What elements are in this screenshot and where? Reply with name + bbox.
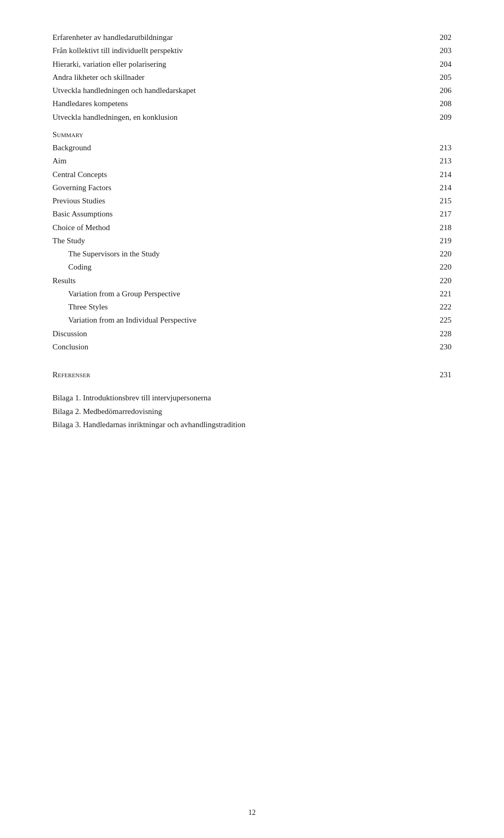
entry-results-label: Results [52,275,430,287]
entry-utveckla: Utveckla handledningen och handledarskap… [52,85,452,97]
bilaga-2-text: Bilaga 2. Medbedömarredovisning [52,407,162,416]
entry-fran-label: Från kollektivt till individuellt perspe… [52,45,430,57]
entry-utveckla-label: Utveckla handledningen och handledarskap… [52,85,430,97]
entry-central: Central Concepts 214 [52,169,452,181]
entry-hierarki-page: 204 [430,58,452,70]
entry-three-styles: Three Styles 222 [52,301,452,313]
entry-thestudy-page: 219 [430,235,452,247]
entry-background: Background 213 [52,142,452,154]
entry-discussion-label: Discussion [52,328,430,340]
entry-utveckla2-page: 209 [430,111,452,123]
entry-governing-label: Governing Factors [52,182,430,194]
entry-andra-page: 205 [430,71,452,84]
entry-variation-group-label: Variation from a Group Perspective [52,288,430,300]
entry-conclusion: Conclusion 230 [52,341,452,353]
entry-discussion: Discussion 228 [52,328,452,340]
entry-coding-label: Coding [52,261,430,273]
page: Erfarenheter av handledarutbildningar 20… [0,0,504,838]
entry-supervisors-label: The Supervisors in the Study [52,248,430,260]
entry-hierarki-label: Hierarki, variation eller polarisering [52,58,430,70]
bilaga-3-text: Bilaga 3. Handledarnas inriktningar och … [52,420,245,429]
entry-central-page: 214 [430,169,452,181]
bilaga-3: Bilaga 3. Handledarnas inriktningar och … [52,418,452,432]
entry-discussion-page: 228 [430,328,452,340]
entry-results: Results 220 [52,275,452,287]
entry-previous: Previous Studies 215 [52,195,452,207]
entry-utveckla-page: 206 [430,85,452,97]
entry-fran: Från kollektivt till individuellt perspe… [52,45,452,57]
entry-aim-page: 213 [430,155,452,167]
entry-fran-page: 203 [430,45,452,57]
entry-choice-label: Choice of Method [52,222,430,234]
section-summary: Summary [52,129,452,141]
entry-basic-label: Basic Assumptions [52,208,430,220]
entry-utveckla2: Utveckla handledningen, en konklusion 20… [52,111,452,123]
entry-variation-ind: Variation from an Individual Perspective… [52,314,452,326]
entry-background-page: 213 [430,142,452,154]
entry-variation-ind-page: 225 [430,314,452,326]
entry-variation-group-page: 221 [430,288,452,300]
entry-andra-label: Andra likheter och skillnader [52,71,430,84]
entry-governing-page: 214 [430,182,452,194]
entry-results-page: 220 [430,275,452,287]
entry-aim: Aim 213 [52,155,452,167]
bilaga-section: Bilaga 1. Introduktionsbrev till intervj… [52,391,452,432]
page-number: 12 [248,809,256,817]
entry-variation-group: Variation from a Group Perspective 221 [52,288,452,300]
entry-handledares: Handledares kompetens 208 [52,98,452,110]
entry-utveckla2-label: Utveckla handledningen, en konklusion [52,111,430,123]
entry-conclusion-page: 230 [430,341,452,353]
entry-previous-label: Previous Studies [52,195,430,207]
bilaga-2: Bilaga 2. Medbedömarredovisning [52,405,452,419]
entry-erfarenheter-label: Erfarenheter av handledarutbildningar [52,32,430,44]
entry-central-label: Central Concepts [52,169,430,181]
entry-supervisors: The Supervisors in the Study 220 [52,248,452,260]
references-section: Referenser 231 [52,369,452,381]
entry-choice: Choice of Method 218 [52,222,452,234]
entry-background-label: Background [52,142,430,154]
bilaga-list: Bilaga 1. Introduktionsbrev till intervj… [52,391,452,432]
entry-basic-page: 217 [430,208,452,220]
entry-erfarenheter-page: 202 [430,32,452,44]
bilaga-1: Bilaga 1. Introduktionsbrev till intervj… [52,391,452,405]
toc-list: Erfarenheter av handledarutbildningar 20… [52,32,452,353]
section-summary-label: Summary [52,129,430,141]
entry-coding-page: 220 [430,261,452,273]
entry-variation-ind-label: Variation from an Individual Perspective [52,314,430,326]
entry-three-styles-page: 222 [430,301,452,313]
entry-hierarki: Hierarki, variation eller polarisering 2… [52,58,452,70]
entry-basic: Basic Assumptions 217 [52,208,452,220]
entry-governing: Governing Factors 214 [52,182,452,194]
entry-handledares-page: 208 [430,98,452,110]
entry-previous-page: 215 [430,195,452,207]
entry-erfarenheter: Erfarenheter av handledarutbildningar 20… [52,32,452,44]
entry-supervisors-page: 220 [430,248,452,260]
entry-aim-label: Aim [52,155,430,167]
entry-thestudy: The Study 219 [52,235,452,247]
entry-choice-page: 218 [430,222,452,234]
references-page: 231 [430,369,452,381]
entry-handledares-label: Handledares kompetens [52,98,430,110]
entry-andra: Andra likheter och skillnader 205 [52,71,452,84]
references-header: Referenser 231 [52,369,452,381]
entry-coding: Coding 220 [52,261,452,273]
entry-conclusion-label: Conclusion [52,341,430,353]
bilaga-1-text: Bilaga 1. Introduktionsbrev till intervj… [52,394,211,402]
references-label: Referenser [52,369,430,381]
entry-three-styles-label: Three Styles [52,301,430,313]
entry-thestudy-label: The Study [52,235,430,247]
